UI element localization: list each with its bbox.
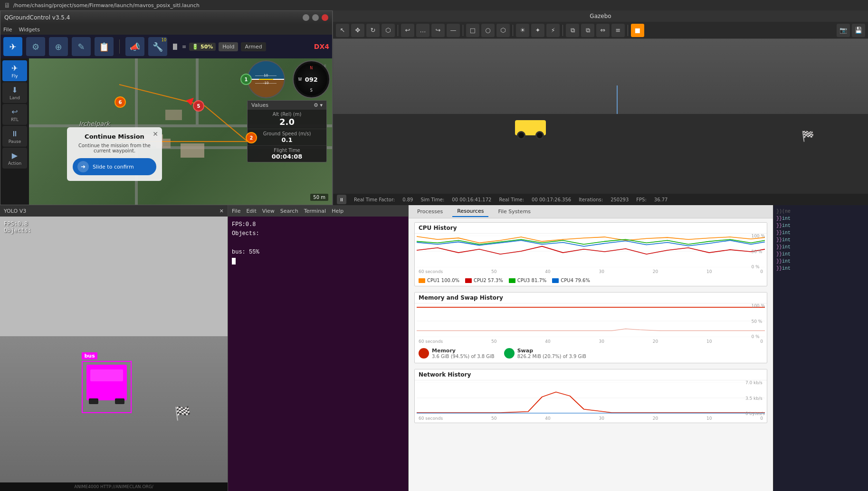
menu-view[interactable]: View bbox=[262, 208, 275, 214]
toolbar-megaphone-btn[interactable]: 📣 bbox=[125, 37, 144, 56]
gazebo-window: Gazebo ↖ ✥ ↻ ⬡ ↩ … ↪ — □ ○ ⬡ ☀ ✦ ⚡ ⧉ ⧉ ⇔… bbox=[333, 10, 868, 205]
gz-tool-align[interactable]: ≡ bbox=[611, 24, 625, 37]
cpu1-label: CPU1 100.0% bbox=[427, 278, 459, 283]
menu-search[interactable]: Search bbox=[280, 208, 298, 214]
terminal-content[interactable]: FPS:0.8 Objects: bus: 55% bbox=[228, 217, 408, 491]
gz-tool-sun[interactable]: ☀ bbox=[516, 24, 529, 37]
gz-tool-scale[interactable]: ⬡ bbox=[382, 24, 395, 37]
gz-crosshair-v bbox=[617, 85, 618, 114]
gz-tool-move[interactable]: ✥ bbox=[351, 24, 364, 37]
flight-time-label: Flight Time bbox=[251, 148, 323, 153]
hold-button[interactable]: Hold bbox=[219, 42, 238, 51]
minimize-button[interactable] bbox=[303, 14, 309, 21]
waypoint-1[interactable]: 1 bbox=[240, 74, 252, 85]
gz-camera-btn[interactable]: 📷 bbox=[837, 24, 850, 37]
battery-pct: 50% bbox=[200, 44, 213, 50]
sidebar-land[interactable]: ⬇ Land bbox=[2, 82, 27, 103]
gz-save-btn[interactable]: 💾 bbox=[852, 24, 865, 37]
sysmon-tab-resources[interactable]: Resources bbox=[452, 206, 488, 217]
menu-edit[interactable]: Edit bbox=[246, 208, 256, 214]
wrench-icon: 🔧 bbox=[153, 42, 163, 52]
gz-tool-point-light[interactable]: ✦ bbox=[531, 24, 544, 37]
gazebo-statusbar: ⏸ Real Time Factor: 0.89 Sim Time: 00 00… bbox=[333, 194, 868, 205]
mem-x-50: 50 bbox=[491, 339, 496, 344]
compass-s: S bbox=[310, 88, 313, 93]
menu-file[interactable]: File bbox=[232, 208, 240, 214]
memory-section: Memory and Swap History bbox=[414, 292, 767, 363]
gz-tool-sphere[interactable]: ○ bbox=[481, 24, 495, 37]
sysmon-tab-processes[interactable]: Processes bbox=[412, 207, 448, 217]
toolbar-wrench-btn[interactable]: 🔧 10 bbox=[148, 37, 167, 56]
flight-time-row: Flight Time 00:04:08 bbox=[248, 146, 326, 162]
gz-tool-more[interactable]: … bbox=[416, 24, 429, 37]
continue-mission-close[interactable]: ✕ bbox=[153, 130, 158, 138]
menu-help[interactable]: Help bbox=[332, 208, 343, 214]
bus-body bbox=[86, 365, 127, 400]
gz-tool-spot[interactable]: ⚡ bbox=[546, 24, 560, 37]
gz-tool-active[interactable]: ■ bbox=[631, 24, 644, 37]
sidebar-action[interactable]: ▶ Action bbox=[2, 148, 27, 169]
qgc-map[interactable]: 1 Takeoff 6 5 2 ▲ Irchelpark bbox=[29, 58, 332, 205]
code-line-1: })(ne bbox=[776, 208, 865, 215]
net-x-50: 50 bbox=[491, 416, 496, 421]
terminal-line-3 bbox=[232, 238, 404, 247]
sidebar-pause[interactable]: ⏸ Pause bbox=[2, 126, 27, 147]
net-x-30: 30 bbox=[599, 416, 604, 421]
waypoint-2[interactable]: 2 bbox=[246, 132, 257, 143]
waypoint-6[interactable]: 6 bbox=[114, 96, 126, 108]
memory-icon bbox=[419, 348, 429, 359]
battery-indicator: 🔋 50% bbox=[189, 43, 216, 51]
gazebo-toolbar: ↖ ✥ ↻ ⬡ ↩ … ↪ — □ ○ ⬡ ☀ ✦ ⚡ ⧉ ⧉ ⇔ ≡ ■ 📷 … bbox=[333, 22, 868, 39]
values-title: Values bbox=[251, 102, 268, 108]
net-y-0: 0 bytes/s bbox=[745, 411, 765, 416]
gz-tool-redo[interactable]: ↪ bbox=[431, 24, 445, 37]
sysmon-tab-filesystems[interactable]: File Systems bbox=[493, 207, 535, 217]
network-x-labels: 60 seconds 50 40 30 20 10 0 bbox=[415, 416, 767, 423]
gz-tool-copy[interactable]: ⧉ bbox=[566, 24, 579, 37]
sysmon-titlebar: Processes Resources File Systems bbox=[409, 205, 773, 218]
waypoint-5[interactable]: 5 bbox=[193, 100, 204, 112]
gz-tool-undo[interactable]: ↩ bbox=[401, 24, 414, 37]
gz-tool-box[interactable]: □ bbox=[466, 24, 479, 37]
toolbar-fly-btn[interactable]: ✈ bbox=[3, 37, 22, 56]
compass: N S W 092 E bbox=[293, 60, 331, 98]
compass-e: E bbox=[324, 64, 326, 68]
maximize-button[interactable] bbox=[312, 14, 319, 21]
values-settings-icon[interactable]: ⚙ ▾ bbox=[314, 102, 323, 108]
cpu-y-labels: 100 % 50 % 0 % bbox=[751, 234, 765, 269]
gz-tool-select[interactable]: ↖ bbox=[336, 24, 349, 37]
gazebo-pause-button[interactable]: ⏸ bbox=[337, 195, 346, 204]
menu-file[interactable]: File bbox=[3, 27, 12, 33]
close-button[interactable] bbox=[322, 14, 328, 21]
toolbar-plan-btn[interactable]: ✎ bbox=[72, 37, 91, 56]
gz-tool-rotate[interactable]: ↻ bbox=[366, 24, 380, 37]
gz-fps-label: FPS: bbox=[636, 197, 647, 202]
sidebar-fly[interactable]: ✈ Fly bbox=[2, 60, 27, 81]
gz-tool-dash[interactable]: — bbox=[447, 24, 460, 37]
yolo-close-icon[interactable]: ✕ bbox=[219, 208, 224, 214]
menu-widgets[interactable]: Widgets bbox=[19, 27, 39, 33]
sidebar-rtl[interactable]: ↩ RTL bbox=[2, 104, 27, 125]
gz-sep-5 bbox=[628, 25, 628, 36]
gz-tool-paste[interactable]: ⧉ bbox=[581, 24, 594, 37]
gz-ground bbox=[333, 114, 868, 206]
gz-tool-cylinder[interactable]: ⬡ bbox=[496, 24, 510, 37]
toolbar-log-btn[interactable]: 📋 bbox=[95, 37, 114, 56]
toolbar-settings-btn[interactable]: ⚙ bbox=[26, 37, 45, 56]
cpu-legend: CPU1 100.0% CPU2 57.3% CPU3 81.7% CPU4 7… bbox=[415, 276, 767, 286]
swap-legend-item: Swap 826.2 MiB (20.7%) of 3.9 GiB bbox=[504, 348, 586, 359]
memory-label: Memory bbox=[432, 348, 495, 354]
slide-to-confirm-button[interactable]: ➜ Slide to confirm bbox=[73, 158, 156, 175]
gz-tool-link[interactable]: ⇔ bbox=[596, 24, 610, 37]
map-scale: 50 m bbox=[310, 194, 328, 201]
continue-mission-dialog: ✕ Continue Mission Continue the mission … bbox=[67, 127, 162, 181]
menu-terminal[interactable]: Terminal bbox=[304, 208, 326, 214]
toolbar-waypoint-btn[interactable]: ⊕ bbox=[49, 37, 68, 56]
mem-x-10: 10 bbox=[706, 339, 712, 344]
window-controls[interactable] bbox=[303, 14, 328, 21]
memory-legend-item: Memory 3.6 GiB (94.5%) of 3.8 GiB bbox=[419, 348, 495, 359]
building-3 bbox=[181, 143, 204, 158]
cpu4-color bbox=[552, 278, 559, 283]
memory-chart-wrapper: 100 % 50 % 0 % 60 seconds 50 40 30 20 10… bbox=[415, 303, 767, 346]
qgc-sidebar: ✈ Fly ⬇ Land ↩ RTL ⏸ Pause ▶ Action bbox=[0, 58, 29, 205]
